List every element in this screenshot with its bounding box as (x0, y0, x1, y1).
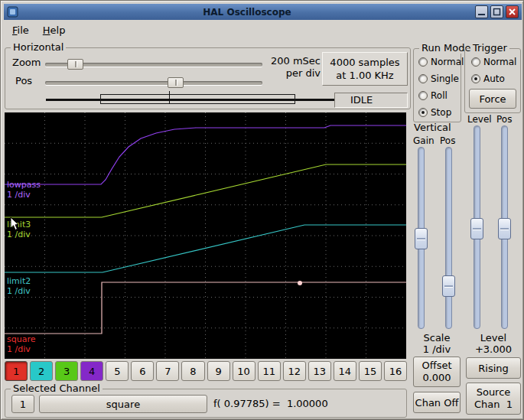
run-mode-radio-roll[interactable]: Roll (417, 87, 464, 104)
trace-label-lowpass: lowpass1 /div (7, 180, 41, 200)
zoom-label: Zoom (12, 57, 41, 68)
horizontal-pos-label: Pos (15, 75, 32, 86)
status-panel: IDLE (334, 93, 408, 108)
offset-button-line1: Offset (421, 360, 451, 372)
time-per-div-readout: 200 mSec per div (262, 55, 321, 80)
record-trigger-tick (169, 91, 170, 104)
zoom-slider[interactable] (45, 63, 262, 67)
channel-button-2[interactable]: 2 (30, 361, 53, 381)
channel-button-10[interactable]: 10 (233, 361, 255, 381)
force-button[interactable]: Force (469, 89, 516, 109)
scope-display[interactable]: lowpass1 /div limit31 /div limit21 /div … (5, 112, 406, 359)
radio-label: Single (431, 73, 459, 84)
channel-button-9[interactable]: 9 (207, 361, 230, 381)
trace-limit2 (5, 225, 406, 272)
radio-button-icon (418, 108, 428, 117)
radio-button-icon (418, 57, 428, 67)
samples-line2: at 1.00 KHz (336, 69, 393, 82)
menu-bar: FileHelp (4, 20, 522, 40)
run-mode-radio-normal[interactable]: Normal (417, 54, 464, 70)
samples-line1: 4000 samples (330, 56, 399, 69)
minimize-button[interactable] (475, 5, 488, 18)
scale-value: 1 /div (412, 343, 461, 355)
maximize-button[interactable] (490, 5, 503, 18)
selected-channel-number-button[interactable]: 1 (11, 395, 34, 413)
channel-row: 12345678910111213141516 (5, 361, 407, 381)
trigger-pos-slider-handle[interactable] (498, 218, 511, 239)
channel-button-3[interactable]: 3 (55, 361, 78, 381)
radio-label: Normal (431, 57, 464, 67)
channel-button-14[interactable]: 14 (334, 361, 356, 381)
horizontal-pos-slider-handle[interactable] (168, 77, 184, 88)
trigger-frame: Trigger NormalAuto Force (464, 48, 521, 113)
vertical-pos-slider[interactable] (445, 147, 452, 329)
channel-button-12[interactable]: 12 (283, 361, 306, 381)
vertical-pos-slider-handle[interactable] (442, 275, 455, 297)
sample-marker[interactable] (298, 281, 302, 285)
trace-limit3 (5, 164, 406, 217)
title-bar[interactable]: HAL Oscilloscope (4, 4, 522, 20)
offset-button[interactable]: Offset 0.000 (413, 357, 461, 387)
channel-button-1[interactable]: 1 (5, 361, 28, 381)
sample-readout: f( 0.97785) = 1.00000 (213, 398, 328, 409)
radio-label: Auto (483, 73, 505, 84)
trigger-frame-label: Trigger (470, 42, 509, 54)
vertical-section-label: Vertical (414, 122, 451, 133)
channel-off-button[interactable]: Chan Off (413, 392, 461, 413)
channel-button-8[interactable]: 8 (181, 361, 204, 381)
channel-button-5[interactable]: 5 (106, 361, 129, 381)
selected-channel-frame: Selected Channel 1 square f( 0.97785) = … (5, 389, 407, 418)
trigger-radio-auto[interactable]: Auto (470, 70, 516, 87)
radio-label: Normal (483, 57, 516, 67)
channel-button-16[interactable]: 16 (384, 361, 407, 381)
scale-label: Scale (412, 332, 461, 343)
trigger-radio-normal[interactable]: Normal (470, 54, 516, 70)
trigger-pos-label: Pos (496, 114, 512, 125)
samples-rate-button[interactable]: 4000 samples at 1.00 KHz (322, 52, 408, 86)
offset-button-line2: 0.000 (422, 372, 451, 384)
zoom-slider-handle[interactable] (67, 59, 83, 70)
run-mode-frame: Run Mode NormalSingleRollStop (413, 48, 461, 122)
gain-slider-handle[interactable] (415, 228, 428, 249)
mouse-cursor-icon (10, 217, 19, 231)
trigger-edge-button[interactable]: Rising (466, 357, 521, 379)
scope-canvas (5, 112, 406, 359)
trigger-readout-label: Level (466, 332, 521, 343)
radio-button-icon (471, 57, 480, 67)
status-text: IDLE (350, 94, 373, 106)
radio-label: Roll (431, 90, 448, 101)
selected-channel-name-button[interactable]: square (39, 395, 207, 413)
trigger-readout-value: +3.000 (466, 343, 521, 355)
run-mode-radio-stop[interactable]: Stop (417, 104, 464, 121)
trace-label-limit2: limit21 /div (7, 276, 31, 296)
selected-channel-frame-label: Selected Channel (11, 383, 103, 394)
trigger-level-slider[interactable] (474, 125, 480, 329)
channel-button-6[interactable]: 6 (131, 361, 154, 381)
horizontal-frame: Horizontal Zoom Pos 200 mSec per div 400… (5, 47, 411, 109)
channel-button-15[interactable]: 15 (359, 361, 382, 381)
channel-button-13[interactable]: 13 (308, 361, 331, 381)
source-button-line2: Chan 1 (474, 399, 513, 411)
horizontal-pos-slider[interactable] (45, 81, 262, 85)
run-mode-options: NormalSingleRollStop (417, 54, 464, 121)
trigger-level-slider-handle[interactable] (470, 218, 483, 239)
channel-button-11[interactable]: 11 (258, 361, 281, 381)
record-view-box[interactable] (100, 94, 295, 104)
time-per-div-value: 200 mSec (262, 55, 321, 67)
channel-button-4[interactable]: 4 (80, 361, 103, 381)
trigger-pos-slider[interactable] (501, 125, 508, 329)
radio-label: Stop (431, 107, 451, 118)
menu-item-help[interactable]: Help (36, 21, 73, 39)
menu-item-file[interactable]: File (5, 21, 36, 39)
app-icon (7, 6, 19, 18)
trigger-source-button[interactable]: Source Chan 1 (466, 383, 521, 415)
scale-readout: Scale 1 /div (412, 332, 461, 355)
close-button[interactable] (506, 5, 519, 18)
trigger-level-label: Level (467, 114, 492, 125)
trigger-options: NormalAuto (470, 54, 516, 87)
vertical-pos-label: Pos (440, 135, 455, 146)
run-mode-radio-single[interactable]: Single (417, 70, 464, 87)
source-button-line1: Source (477, 386, 511, 399)
channel-button-7[interactable]: 7 (156, 361, 179, 381)
gain-slider[interactable] (418, 147, 425, 329)
